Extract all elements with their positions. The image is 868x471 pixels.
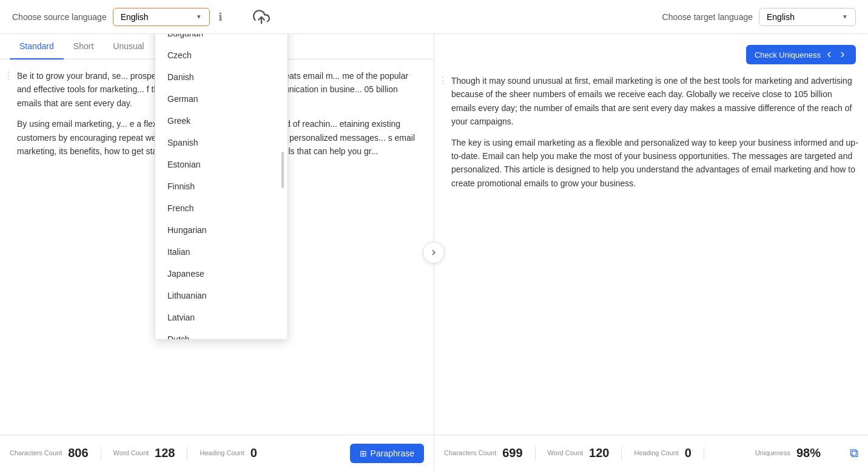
target-language-value: English (767, 12, 795, 22)
left-chars-value: 806 (68, 446, 88, 460)
right-heading-stat: Heading Count 0 (634, 446, 704, 460)
left-chars-label: Characters Count (10, 449, 62, 457)
dropdown-item-danish[interactable]: Danish (155, 66, 288, 88)
left-chars-stat: Characters Count 806 (10, 446, 101, 460)
tab-unusual[interactable]: Unusual (103, 34, 153, 59)
swap-arrow-button[interactable] (423, 242, 445, 263)
drag-handle-right[interactable]: ⋮⋮ (438, 73, 457, 89)
uniqueness-label: Uniqueness (755, 449, 790, 457)
dropdown-item-czech[interactable]: Czech (155, 44, 288, 66)
right-top-bar: Check Uniqueness (434, 34, 868, 64)
dropdown-item-bulgarian[interactable]: Bulgarian (155, 34, 288, 44)
left-bottom-bar: Characters Count 806 Word Count 128 Head… (0, 435, 434, 471)
right-chars-value: 699 (502, 446, 522, 460)
dropdown-item-greek[interactable]: Greek (155, 110, 288, 132)
right-text-content[interactable]: ⋮⋮ Though it may sound unusual at first,… (434, 64, 868, 435)
left-word-stat: Word Count 128 (113, 446, 188, 460)
target-language-label: Choose target language (662, 12, 753, 22)
tab-standard[interactable]: Standard (10, 34, 64, 59)
target-language-button[interactable]: English ▼ (759, 8, 856, 26)
right-heading-label: Heading Count (634, 449, 678, 457)
right-text-para-2: The key is using email marketing as a fl… (451, 136, 858, 191)
dropdown-scroll-indicator (281, 152, 284, 188)
dropdown-item-lithuanian[interactable]: Lithuanian (155, 285, 288, 307)
paraphrase-button[interactable]: ⊞ Paraphrase (350, 444, 424, 463)
chevron-down-icon-target: ▼ (842, 13, 848, 20)
right-text-para-1: Though it may sound unusual at first, em… (451, 74, 858, 129)
right-heading-value: 0 (685, 446, 691, 460)
left-word-label: Word Count (113, 449, 149, 457)
paraphrase-label: Paraphrase (371, 449, 414, 458)
language-dropdown[interactable]: EnglishBulgarianCzechDanishGermanGreekSp… (155, 34, 288, 340)
source-language-button[interactable]: English ▼ (113, 8, 210, 26)
dropdown-item-dutch[interactable]: Dutch (155, 328, 288, 340)
chevron-down-icon: ▼ (196, 13, 202, 20)
right-chars-label: Characters Count (444, 449, 496, 457)
right-word-stat: Word Count 120 (548, 446, 622, 460)
dropdown-item-spanish[interactable]: Spanish (155, 132, 288, 154)
dropdown-item-french[interactable]: French (155, 197, 288, 219)
upload-icon[interactable] (253, 8, 270, 25)
left-heading-label: Heading Count (200, 449, 244, 457)
check-uniqueness-button[interactable]: Check Uniqueness (746, 45, 856, 64)
right-panel: Check Uniqueness ⋮⋮ Though it may sound … (434, 34, 868, 471)
dropdown-item-latvian[interactable]: Latvian (155, 307, 288, 328)
copy-icon[interactable]: ⧉ (850, 446, 858, 460)
left-heading-value: 0 (251, 446, 257, 460)
top-bar: Choose source language English ▼ ℹ Choos… (0, 0, 868, 34)
dropdown-item-hungarian[interactable]: Hungarian (155, 219, 288, 241)
source-language-label: Choose source language (12, 12, 107, 22)
target-language-area: Choose target language English ▼ (662, 8, 856, 26)
dropdown-item-estonian[interactable]: Estonian (155, 154, 288, 175)
main-content: Standard Short Unusual Creative ⋮⋮ Be it… (0, 34, 868, 471)
uniqueness-stat: Uniqueness 98% (755, 446, 833, 460)
source-language-select[interactable]: English ▼ (113, 8, 210, 26)
right-bottom-bar: Characters Count 699 Word Count 120 Head… (434, 435, 868, 471)
left-word-value: 128 (155, 446, 175, 460)
dropdown-item-finnish[interactable]: Finnish (155, 175, 288, 197)
left-heading-stat: Heading Count 0 (200, 446, 269, 460)
right-word-label: Word Count (548, 449, 584, 457)
dropdown-item-german[interactable]: German (155, 88, 288, 110)
uniqueness-value: 98% (796, 446, 821, 460)
dropdown-item-japanese[interactable]: Japanese (155, 263, 288, 285)
target-language-select[interactable]: English ▼ (759, 8, 856, 26)
left-panel: Standard Short Unusual Creative ⋮⋮ Be it… (0, 34, 434, 471)
info-icon[interactable]: ℹ (218, 10, 223, 24)
right-chars-stat: Characters Count 699 (444, 446, 536, 460)
paraphrase-icon: ⊞ (360, 449, 367, 458)
dropdown-item-italian[interactable]: Italian (155, 241, 288, 263)
check-uniqueness-label: Check Uniqueness (755, 50, 821, 59)
drag-handle-left[interactable]: ⋮⋮ (4, 68, 23, 84)
tab-short[interactable]: Short (64, 34, 103, 59)
right-word-value: 120 (589, 446, 609, 460)
source-language-value: English (121, 12, 149, 22)
